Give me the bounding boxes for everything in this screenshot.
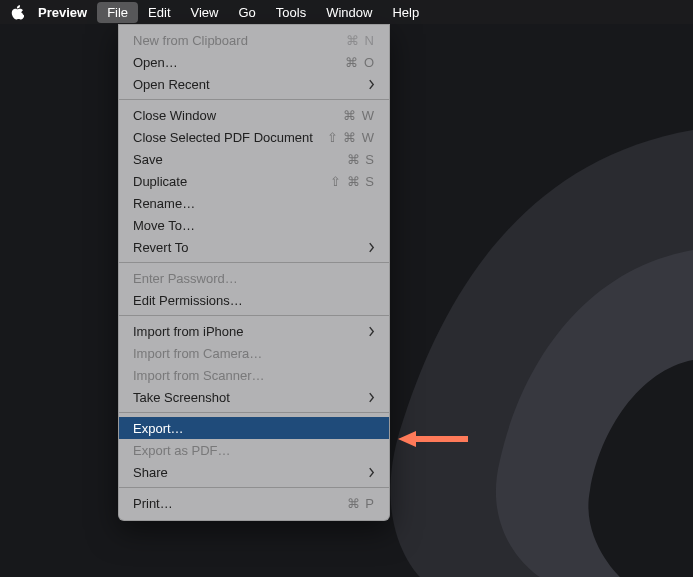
menu-item-shortcut: ⌘ O bbox=[345, 55, 375, 70]
chevron-right-icon bbox=[361, 326, 375, 337]
menu-item-take-screenshot[interactable]: Take Screenshot bbox=[119, 386, 389, 408]
menu-item-close-selected-pdf-document[interactable]: Close Selected PDF Document⇧ ⌘ W bbox=[119, 126, 389, 148]
menu-item-new-from-clipboard: New from Clipboard⌘ N bbox=[119, 29, 389, 51]
app-name[interactable]: Preview bbox=[28, 2, 97, 23]
menu-go[interactable]: Go bbox=[228, 2, 265, 23]
menu-item-label: Share bbox=[133, 465, 361, 480]
menu-help[interactable]: Help bbox=[382, 2, 429, 23]
menu-item-label: Import from Scanner… bbox=[133, 368, 375, 383]
menu-item-shortcut: ⌘ W bbox=[343, 108, 375, 123]
menu-item-save[interactable]: Save⌘ S bbox=[119, 148, 389, 170]
menu-item-label: Close Selected PDF Document bbox=[133, 130, 327, 145]
apple-menu-icon[interactable] bbox=[6, 5, 28, 20]
menu-item-import-from-iphone[interactable]: Import from iPhone bbox=[119, 320, 389, 342]
menu-item-duplicate[interactable]: Duplicate⇧ ⌘ S bbox=[119, 170, 389, 192]
menu-item-label: Duplicate bbox=[133, 174, 330, 189]
menu-item-shortcut: ⌘ S bbox=[347, 152, 375, 167]
menu-item-shortcut: ⇧ ⌘ W bbox=[327, 130, 376, 145]
menu-item-print[interactable]: Print…⌘ P bbox=[119, 492, 389, 514]
menu-item-shortcut: ⌘ N bbox=[346, 33, 375, 48]
menu-item-label: Edit Permissions… bbox=[133, 293, 375, 308]
menu-bar: Preview FileEditViewGoToolsWindowHelp bbox=[0, 0, 693, 24]
menu-item-shortcut: ⌘ P bbox=[347, 496, 375, 511]
menu-item-open-recent[interactable]: Open Recent bbox=[119, 73, 389, 95]
menu-item-label: Enter Password… bbox=[133, 271, 375, 286]
menu-item-label: Move To… bbox=[133, 218, 375, 233]
menu-item-label: New from Clipboard bbox=[133, 33, 346, 48]
menu-item-revert-to[interactable]: Revert To bbox=[119, 236, 389, 258]
menu-window[interactable]: Window bbox=[316, 2, 382, 23]
menu-separator bbox=[119, 315, 389, 316]
menu-separator bbox=[119, 262, 389, 263]
menu-item-close-window[interactable]: Close Window⌘ W bbox=[119, 104, 389, 126]
menu-item-label: Export… bbox=[133, 421, 375, 436]
menu-item-share[interactable]: Share bbox=[119, 461, 389, 483]
file-menu-dropdown: New from Clipboard⌘ NOpen…⌘ OOpen Recent… bbox=[118, 24, 390, 521]
menu-item-label: Take Screenshot bbox=[133, 390, 361, 405]
menu-tools[interactable]: Tools bbox=[266, 2, 316, 23]
chevron-right-icon bbox=[361, 242, 375, 253]
menu-item-label: Import from iPhone bbox=[133, 324, 361, 339]
menu-file[interactable]: File bbox=[97, 2, 138, 23]
menu-view[interactable]: View bbox=[181, 2, 229, 23]
menu-item-open[interactable]: Open…⌘ O bbox=[119, 51, 389, 73]
menu-item-label: Import from Camera… bbox=[133, 346, 375, 361]
chevron-right-icon bbox=[361, 79, 375, 90]
menu-item-label: Revert To bbox=[133, 240, 361, 255]
menu-item-export-as-pdf: Export as PDF… bbox=[119, 439, 389, 461]
menu-item-label: Rename… bbox=[133, 196, 375, 211]
menu-item-shortcut: ⇧ ⌘ S bbox=[330, 174, 375, 189]
menu-separator bbox=[119, 487, 389, 488]
menu-item-label: Save bbox=[133, 152, 347, 167]
menu-item-label: Open Recent bbox=[133, 77, 361, 92]
chevron-right-icon bbox=[361, 392, 375, 403]
menu-item-label: Export as PDF… bbox=[133, 443, 375, 458]
menu-item-label: Open… bbox=[133, 55, 345, 70]
menu-item-label: Close Window bbox=[133, 108, 343, 123]
menu-item-label: Print… bbox=[133, 496, 347, 511]
menu-edit[interactable]: Edit bbox=[138, 2, 180, 23]
menu-separator bbox=[119, 99, 389, 100]
menu-item-enter-password: Enter Password… bbox=[119, 267, 389, 289]
chevron-right-icon bbox=[361, 467, 375, 478]
menu-item-import-from-camera: Import from Camera… bbox=[119, 342, 389, 364]
menu-item-import-from-scanner: Import from Scanner… bbox=[119, 364, 389, 386]
svg-marker-2 bbox=[398, 431, 416, 447]
menu-item-rename[interactable]: Rename… bbox=[119, 192, 389, 214]
annotation-arrow bbox=[398, 430, 468, 448]
menu-separator bbox=[119, 412, 389, 413]
menu-item-edit-permissions[interactable]: Edit Permissions… bbox=[119, 289, 389, 311]
menu-item-move-to[interactable]: Move To… bbox=[119, 214, 389, 236]
menu-item-export[interactable]: Export… bbox=[119, 417, 389, 439]
